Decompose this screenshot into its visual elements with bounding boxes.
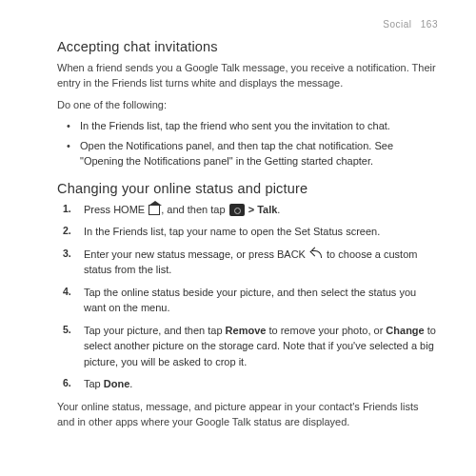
bullet-item: In the Friends list, tap the friend who …: [80, 118, 438, 134]
step-text: .: [277, 204, 280, 215]
step-text: .: [129, 378, 132, 389]
chevron-right-icon: >: [246, 204, 258, 215]
step-text: Enter your new status message, or press …: [84, 248, 308, 260]
step-text: , and then tap: [161, 204, 228, 215]
header-page: 163: [421, 19, 438, 30]
heading-changing: Changing your online status and picture: [57, 179, 438, 200]
outro: Your online status, message, and picture…: [57, 399, 438, 430]
do-one-label: Do one of the following:: [57, 97, 438, 113]
step-list: 1. Press HOME , and then tap > Talk. 2. …: [74, 202, 438, 392]
app-grid-icon: [229, 204, 245, 216]
done-label: Done: [104, 378, 130, 389]
back-icon: [309, 248, 323, 259]
step-text: Tap the online status beside your pictur…: [84, 287, 416, 314]
step-text: Tap your picture, and then tap: [84, 325, 226, 336]
step-item: 6. Tap Done.: [74, 376, 438, 392]
step-text: to remove your photo, or: [266, 325, 386, 336]
header-section: Social: [383, 19, 411, 30]
step-item: 2. In the Friends list, tap your name to…: [74, 224, 438, 240]
change-label: Change: [386, 325, 424, 336]
page-header: Social 163: [57, 17, 438, 31]
step-item: 3. Enter your new status message, or pre…: [74, 247, 438, 278]
bullet-item: Open the Notifications panel, and then t…: [80, 138, 438, 169]
intro-accepting: When a friend sends you a Google Talk me…: [57, 60, 438, 91]
step-text: In the Friends list, tap your name to op…: [84, 226, 380, 237]
step-text: Tap: [84, 378, 104, 389]
heading-accepting: Accepting chat invitations: [57, 37, 438, 58]
step-item: 1. Press HOME , and then tap > Talk.: [74, 202, 438, 218]
bullet-list: In the Friends list, tap the friend who …: [80, 118, 438, 169]
home-icon: [149, 205, 160, 215]
step-item: 5. Tap your picture, and then tap Remove…: [74, 323, 438, 370]
remove-label: Remove: [226, 325, 267, 336]
talk-label: Talk: [257, 204, 277, 215]
step-item: 4. Tap the online status beside your pic…: [74, 285, 438, 316]
step-text: Press HOME: [84, 204, 148, 215]
